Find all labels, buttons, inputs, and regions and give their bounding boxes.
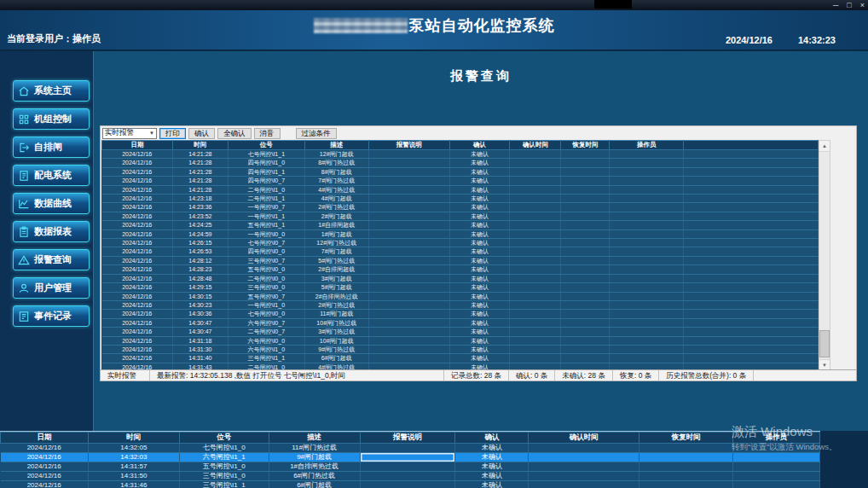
cell[interactable] (510, 328, 561, 336)
cell[interactable]: 未确认 (449, 283, 510, 292)
cell[interactable]: 2024/12/16 (102, 221, 173, 229)
cell[interactable]: 七号闸控\I0_7 (228, 239, 304, 247)
scrollbar-thumb[interactable] (819, 330, 830, 357)
cell[interactable]: 未确认 (449, 328, 510, 336)
table-row[interactable]: 2024/12/1614:21:28四号闸控\I0_77#闸门热过载未确认 (102, 177, 819, 185)
cell[interactable] (610, 345, 684, 353)
table-row[interactable]: 2024/12/1614:31:40三号闸控\I1_16#闸门超载未确认 (102, 354, 819, 363)
cell[interactable]: 未确认 (449, 167, 510, 176)
cell[interactable] (684, 265, 819, 274)
cell[interactable]: 2024/12/16 (102, 283, 173, 292)
cell[interactable] (561, 336, 610, 345)
table-row[interactable]: 2024/12/1614:24:59一号闸控\I0_01#闸门超载未确认 (102, 229, 819, 238)
scroll-up-icon[interactable]: ▲ (819, 141, 830, 152)
cell[interactable] (368, 185, 449, 194)
cell[interactable]: 2024/12/16 (102, 185, 173, 194)
cell[interactable]: 一号闸控\I0_0 (228, 229, 304, 238)
cell[interactable] (684, 274, 819, 282)
cell[interactable] (510, 292, 561, 300)
cell[interactable] (733, 462, 820, 472)
cell[interactable]: 七号闸控\I0_0 (228, 310, 304, 318)
cell[interactable] (561, 328, 610, 336)
cell[interactable]: 12#闸门超载 (304, 150, 368, 159)
cell[interactable] (510, 203, 561, 212)
cell[interactable] (610, 159, 684, 167)
cell[interactable]: 四号闸控\I1_0 (228, 159, 304, 167)
cell[interactable]: 14:26:15 (172, 239, 228, 247)
cell[interactable] (733, 444, 820, 453)
table-row[interactable]: 2024/12/1614:31:18六号闸控\I0_010#闸门超载未确认 (102, 336, 819, 345)
alarm-type-select[interactable]: 实时报警 ▼ (102, 128, 157, 139)
cell[interactable] (684, 354, 819, 363)
cell[interactable] (510, 354, 561, 363)
cell[interactable]: 2024/12/16 (102, 354, 173, 363)
cell[interactable]: 1#闸门超载 (304, 229, 368, 238)
cell[interactable] (684, 310, 819, 318)
cell[interactable] (360, 481, 455, 488)
cell[interactable] (510, 229, 561, 238)
cell[interactable] (510, 150, 561, 159)
cell[interactable] (561, 150, 610, 159)
cell[interactable] (684, 177, 819, 185)
cell[interactable] (510, 212, 561, 220)
alarm-table-scrollbar[interactable]: ▲ ▼ (819, 140, 830, 371)
table-row[interactable]: 2024/12/1614:26:15七号闸控\I0_712#闸门热过载未确认 (102, 239, 819, 247)
cell[interactable] (733, 453, 820, 462)
cell[interactable] (561, 292, 610, 300)
cell[interactable]: 2024/12/16 (102, 300, 173, 309)
column-header[interactable]: 时间 (172, 141, 228, 150)
cell[interactable]: 7#闸门超载 (304, 247, 368, 256)
print-button[interactable]: 打印 (159, 128, 186, 139)
cell[interactable] (561, 310, 610, 318)
cell[interactable]: 三号闸控\I0_0 (228, 283, 304, 292)
cell[interactable] (684, 167, 819, 176)
cell[interactable]: 未确认 (455, 481, 529, 488)
cell[interactable]: 14:31:30 (172, 345, 228, 353)
column-header[interactable]: 位号 (179, 433, 269, 444)
cell[interactable]: 6#闸门超载 (304, 354, 368, 363)
cell[interactable]: 14:21:28 (172, 167, 228, 176)
ack-all-button[interactable]: 全确认 (217, 128, 252, 139)
cell[interactable] (684, 159, 819, 167)
cell[interactable]: 2024/12/16 (102, 318, 173, 327)
ack-button[interactable]: 确认 (188, 128, 215, 139)
maximize-button[interactable]: □ (847, 0, 851, 10)
cell[interactable]: 14:28:12 (172, 256, 228, 264)
sidebar-item-unit-control[interactable]: 机组控制 (13, 108, 90, 130)
cell[interactable] (368, 318, 449, 327)
cell[interactable]: 一号闸控\I1_1 (228, 212, 304, 220)
cell[interactable] (510, 221, 561, 229)
cell[interactable]: 2#闸门热过载 (304, 203, 368, 212)
cell[interactable]: 未确认 (449, 185, 510, 194)
cell[interactable]: 7#闸门热过载 (304, 177, 368, 185)
cell[interactable] (684, 328, 819, 336)
column-header[interactable]: 日期 (1, 433, 89, 444)
cell[interactable]: 2#闸门热过载 (304, 300, 368, 309)
cell[interactable]: 三号闸控\I1_0 (179, 472, 269, 481)
cell[interactable] (368, 300, 449, 309)
cell[interactable] (684, 300, 819, 309)
column-header[interactable] (684, 141, 819, 150)
cell[interactable] (561, 265, 610, 274)
cell[interactable]: 未确认 (449, 354, 510, 363)
table-row[interactable]: 2024/12/1614:24:25五号闸控\I1_11#自排闸超载未确认 (102, 221, 819, 229)
cell[interactable] (684, 203, 819, 212)
cell[interactable] (684, 229, 819, 238)
filter-condition-button[interactable]: 过滤条件 (296, 128, 337, 139)
cell[interactable] (510, 185, 561, 194)
cell[interactable] (610, 167, 684, 176)
cell[interactable]: 2024/12/16 (102, 150, 173, 159)
minimize-button[interactable]: ─ (833, 0, 838, 10)
table-row[interactable]: 2024/12/1614:23:36一号闸控\I0_72#闸门热过载未确认 (102, 203, 819, 212)
table-row[interactable]: 2024/12/1614:30:36七号闸控\I0_011#闸门超载未确认 (102, 310, 819, 318)
cell[interactable]: 未确认 (449, 345, 510, 353)
cell[interactable]: 14:23:52 (172, 212, 228, 220)
cell[interactable] (639, 462, 733, 472)
cell[interactable] (510, 283, 561, 292)
table-row[interactable]: 2024/12/1614:31:50三号闸控\I1_06#闸门热过载未确认 (1, 472, 820, 481)
cell[interactable]: 14:31:46 (88, 481, 179, 488)
cell[interactable] (610, 239, 684, 247)
cell[interactable]: 未确认 (449, 336, 510, 345)
cell[interactable]: 14:30:23 (172, 300, 228, 309)
cell[interactable]: 五号闸控\I0_0 (228, 265, 304, 274)
